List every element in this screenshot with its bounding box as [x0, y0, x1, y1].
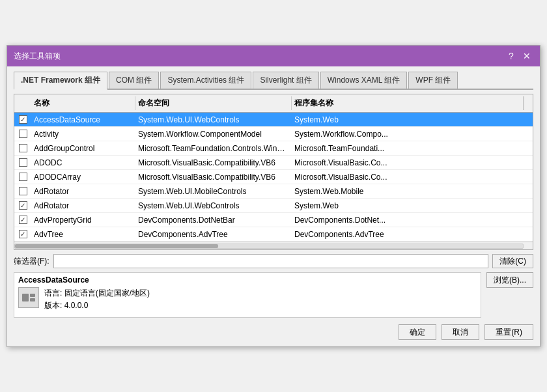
- checkbox-icon[interactable]: [19, 230, 27, 238]
- filter-input[interactable]: [53, 254, 489, 268]
- info-text: 语言: 固定语言(固定国家/地区) 版本: 4.0.0.0: [44, 287, 150, 312]
- row-name: AdRotator: [31, 186, 135, 197]
- row-assembly: System.Web.Mobile: [292, 186, 533, 197]
- row-namespace: DevComponents.AdvTree: [135, 229, 292, 240]
- table-row[interactable]: Activity System.Workflow.ComponentModel …: [14, 127, 533, 141]
- info-language: 语言: 固定语言(固定国家/地区): [44, 287, 150, 300]
- row-name: AdRotator: [31, 200, 135, 212]
- dialog-body: .NET Framework 组件 COM 组件 System.Activiti…: [7, 66, 540, 346]
- row-namespace: System.Workflow.ComponentModel: [135, 128, 292, 140]
- tab-activities[interactable]: System.Activities 组件: [160, 72, 251, 89]
- info-detail: 语言: 固定语言(固定国家/地区) 版本: 4.0.0.0: [18, 287, 477, 312]
- checkbox-icon[interactable]: [19, 216, 27, 224]
- filter-row: 筛选器(F): 清除(C): [14, 254, 533, 268]
- table-row[interactable]: AdvTree DevComponents.AdvTree DevCompone…: [14, 227, 533, 242]
- row-name: ADODCArray: [31, 171, 135, 183]
- checkbox-icon[interactable]: [19, 130, 27, 138]
- tab-silverlight[interactable]: Silverlight 组件: [253, 72, 318, 89]
- checkbox-icon[interactable]: [19, 201, 27, 210]
- row-name: AdvPropertyGrid: [31, 214, 135, 226]
- tab-wpf[interactable]: WPF 组件: [408, 72, 458, 89]
- col-name: 名称: [31, 96, 135, 110]
- table-row[interactable]: AdRotator System.Web.UI.MobileControls S…: [14, 184, 533, 199]
- tab-com[interactable]: COM 组件: [109, 72, 159, 89]
- filter-label: 筛选器(F):: [14, 256, 49, 267]
- svg-rect-1: [30, 294, 35, 297]
- info-panel: AccessDataSource 语言: 固定语言(固定国家/地区) 版本: 4…: [14, 272, 481, 318]
- col-assembly: 程序集名称: [292, 96, 524, 110]
- tab-winxaml[interactable]: Windows XAML 组件: [320, 72, 408, 89]
- dialog: 选择工具箱项 ? ✕ .NET Framework 组件 COM 组件 Syst…: [7, 45, 540, 347]
- row-name: AccessDataSource: [31, 114, 135, 126]
- table-row[interactable]: ADODCArray Microsoft.VisualBasic.Compati…: [14, 170, 533, 184]
- row-checkbox[interactable]: [14, 216, 31, 224]
- help-button[interactable]: ?: [505, 49, 518, 63]
- row-namespace: System.Web.UI.WebControls: [135, 114, 292, 126]
- cancel-button[interactable]: 取消: [442, 324, 479, 340]
- row-namespace: Microsoft.TeamFoundation.Controls.WinFor…: [135, 143, 292, 154]
- row-name: Activity: [31, 128, 135, 140]
- close-button[interactable]: ✕: [520, 49, 533, 63]
- table-row[interactable]: AdvPropertyGrid DevComponents.DotNetBar …: [14, 213, 533, 227]
- row-checkbox[interactable]: [14, 230, 31, 238]
- component-table: 名称 命名空间 程序集名称 AccessDataSource System.We…: [14, 94, 533, 250]
- row-namespace: System.Web.UI.WebControls: [135, 200, 292, 212]
- row-checkbox[interactable]: [14, 115, 31, 124]
- row-checkbox[interactable]: [14, 201, 31, 210]
- table-header: 名称 命名空间 程序集名称: [14, 94, 533, 113]
- row-assembly: DevComponents.DotNet...: [292, 214, 533, 226]
- component-icon: [18, 287, 39, 308]
- tab-dotnet[interactable]: .NET Framework 组件: [14, 72, 107, 90]
- info-title: AccessDataSource: [18, 275, 477, 285]
- info-area: AccessDataSource 语言: 固定语言(固定国家/地区) 版本: 4…: [14, 272, 533, 318]
- row-assembly: System.Web: [292, 200, 533, 212]
- browse-button[interactable]: 浏览(B)...: [486, 272, 533, 288]
- row-namespace: DevComponents.DotNetBar: [135, 214, 292, 226]
- checkbox-icon[interactable]: [19, 187, 27, 195]
- footer-buttons: 确定 取消 重置(R): [14, 322, 533, 340]
- row-checkbox[interactable]: [14, 158, 31, 167]
- title-bar: 选择工具箱项 ? ✕: [7, 46, 540, 66]
- table-row[interactable]: AccessDataSource System.Web.UI.WebContro…: [14, 113, 533, 127]
- title-bar-buttons: ? ✕: [505, 49, 533, 63]
- col-namespace: 命名空间: [135, 96, 292, 110]
- row-checkbox[interactable]: [14, 130, 31, 138]
- row-assembly: Microsoft.VisualBasic.Co...: [292, 157, 533, 169]
- horizontal-scrollbar[interactable]: [14, 242, 533, 249]
- svg-rect-0: [22, 294, 29, 301]
- component-svg: [21, 290, 36, 305]
- checkbox-icon[interactable]: [19, 115, 27, 124]
- row-namespace: System.Web.UI.MobileControls: [135, 186, 292, 197]
- dialog-title: 选择工具箱项: [14, 51, 61, 62]
- checkbox-icon[interactable]: [19, 173, 27, 181]
- row-checkbox[interactable]: [14, 144, 31, 152]
- table-row[interactable]: AddGroupControl Microsoft.TeamFoundation…: [14, 141, 533, 156]
- checkbox-icon[interactable]: [19, 158, 27, 167]
- row-assembly: DevComponents.AdvTree: [292, 229, 533, 240]
- filter-clear-button[interactable]: 清除(C): [492, 254, 533, 268]
- row-checkbox[interactable]: [14, 187, 31, 195]
- info-version: 版本: 4.0.0.0: [44, 300, 150, 312]
- row-namespace: Microsoft.VisualBasic.Compatibility.VB6: [135, 171, 292, 183]
- row-namespace: Microsoft.VisualBasic.Compatibility.VB6: [135, 157, 292, 169]
- table-row[interactable]: ADODC Microsoft.VisualBasic.Compatibilit…: [14, 156, 533, 170]
- scrollbar-thumb[interactable]: [15, 244, 218, 248]
- tab-bar: .NET Framework 组件 COM 组件 System.Activiti…: [14, 72, 533, 90]
- row-checkbox[interactable]: [14, 173, 31, 181]
- svg-rect-2: [30, 298, 35, 301]
- ok-button[interactable]: 确定: [399, 324, 436, 340]
- table-body[interactable]: AccessDataSource System.Web.UI.WebContro…: [14, 113, 533, 242]
- row-assembly: Microsoft.VisualBasic.Co...: [292, 171, 533, 183]
- reset-button[interactable]: 重置(R): [484, 324, 533, 340]
- row-assembly: Microsoft.TeamFoundati...: [292, 143, 533, 154]
- checkbox-icon[interactable]: [19, 144, 27, 152]
- row-name: ADODC: [31, 157, 135, 169]
- row-name: AddGroupControl: [31, 143, 135, 154]
- scrollbar-track[interactable]: [14, 244, 524, 249]
- row-assembly: System.Web: [292, 114, 533, 126]
- table-row[interactable]: AdRotator System.Web.UI.WebControls Syst…: [14, 199, 533, 213]
- row-name: AdvTree: [31, 229, 135, 240]
- row-assembly: System.Workflow.Compo...: [292, 128, 533, 140]
